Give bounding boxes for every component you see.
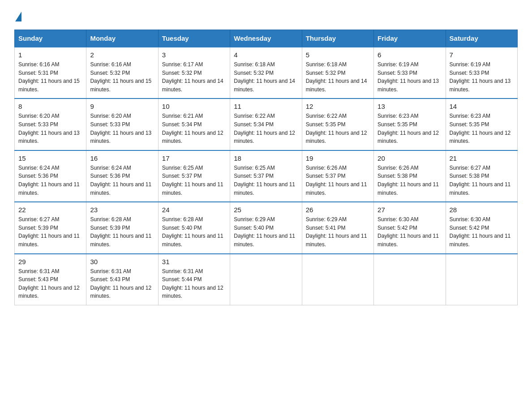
day-number: 28: [450, 206, 514, 214]
day-number: 25: [234, 206, 298, 214]
day-number: 16: [90, 154, 154, 162]
weekday-header-monday: Monday: [86, 30, 158, 47]
day-number: 31: [162, 258, 226, 265]
weekday-header-wednesday: Wednesday: [230, 30, 302, 47]
calendar-table: SundayMondayTuesdayWednesdayThursdayFrid…: [14, 30, 518, 305]
day-info: Sunrise: 6:25 AMSunset: 5:37 PMDaylight:…: [162, 164, 226, 197]
calendar-cell: 26Sunrise: 6:29 AMSunset: 5:41 PMDayligh…: [302, 202, 373, 253]
day-number: 9: [90, 103, 154, 110]
day-info: Sunrise: 6:26 AMSunset: 5:38 PMDaylight:…: [378, 164, 442, 197]
day-info: Sunrise: 6:24 AMSunset: 5:36 PMDaylight:…: [90, 164, 154, 197]
calendar-cell: [230, 254, 302, 305]
calendar-week-2: 8Sunrise: 6:20 AMSunset: 5:33 PMDaylight…: [15, 98, 518, 150]
day-info: Sunrise: 6:22 AMSunset: 5:35 PMDaylight:…: [306, 112, 370, 145]
calendar-cell: 13Sunrise: 6:23 AMSunset: 5:35 PMDayligh…: [374, 98, 446, 150]
calendar-cell: 12Sunrise: 6:22 AMSunset: 5:35 PMDayligh…: [302, 98, 373, 150]
calendar-week-3: 15Sunrise: 6:24 AMSunset: 5:36 PMDayligh…: [15, 150, 518, 202]
day-info: Sunrise: 6:21 AMSunset: 5:34 PMDaylight:…: [162, 112, 226, 145]
day-info: Sunrise: 6:27 AMSunset: 5:39 PMDaylight:…: [18, 215, 82, 248]
calendar-cell: 25Sunrise: 6:29 AMSunset: 5:40 PMDayligh…: [230, 202, 302, 253]
day-info: Sunrise: 6:31 AMSunset: 5:43 PMDaylight:…: [90, 267, 154, 300]
weekday-header-sunday: Sunday: [15, 30, 86, 47]
calendar-cell: 22Sunrise: 6:27 AMSunset: 5:39 PMDayligh…: [15, 202, 86, 253]
day-info: Sunrise: 6:31 AMSunset: 5:44 PMDaylight:…: [162, 267, 226, 300]
day-number: 4: [234, 51, 298, 59]
day-info: Sunrise: 6:29 AMSunset: 5:41 PMDaylight:…: [306, 215, 370, 248]
day-number: 30: [90, 258, 154, 265]
calendar-cell: 2Sunrise: 6:16 AMSunset: 5:32 PMDaylight…: [86, 47, 158, 98]
calendar-cell: 31Sunrise: 6:31 AMSunset: 5:44 PMDayligh…: [158, 254, 230, 305]
day-number: 26: [306, 206, 370, 214]
day-info: Sunrise: 6:28 AMSunset: 5:40 PMDaylight:…: [162, 215, 226, 248]
calendar-cell: 10Sunrise: 6:21 AMSunset: 5:34 PMDayligh…: [158, 98, 230, 150]
day-number: 6: [378, 51, 442, 59]
calendar-cell: 1Sunrise: 6:16 AMSunset: 5:31 PMDaylight…: [15, 47, 86, 98]
calendar-cell: 11Sunrise: 6:22 AMSunset: 5:34 PMDayligh…: [230, 98, 302, 150]
day-info: Sunrise: 6:23 AMSunset: 5:35 PMDaylight:…: [378, 112, 442, 145]
calendar-cell: [374, 254, 446, 305]
day-number: 7: [450, 51, 514, 59]
day-number: 1: [18, 51, 82, 59]
day-info: Sunrise: 6:28 AMSunset: 5:39 PMDaylight:…: [90, 215, 154, 248]
day-info: Sunrise: 6:22 AMSunset: 5:34 PMDaylight:…: [234, 112, 298, 145]
day-number: 2: [90, 51, 154, 59]
day-info: Sunrise: 6:17 AMSunset: 5:32 PMDaylight:…: [162, 60, 226, 94]
day-info: Sunrise: 6:18 AMSunset: 5:32 PMDaylight:…: [306, 60, 370, 94]
day-number: 12: [306, 103, 370, 110]
logo-triangle-icon: [15, 12, 21, 21]
calendar-cell: 18Sunrise: 6:25 AMSunset: 5:37 PMDayligh…: [230, 150, 302, 202]
calendar-cell: 8Sunrise: 6:20 AMSunset: 5:33 PMDaylight…: [15, 98, 86, 150]
calendar-body: 1Sunrise: 6:16 AMSunset: 5:31 PMDaylight…: [15, 47, 518, 305]
calendar-cell: 16Sunrise: 6:24 AMSunset: 5:36 PMDayligh…: [86, 150, 158, 202]
calendar-cell: 29Sunrise: 6:31 AMSunset: 5:43 PMDayligh…: [15, 254, 86, 305]
calendar-cell: [446, 254, 517, 305]
weekday-header-saturday: Saturday: [446, 30, 517, 47]
day-info: Sunrise: 6:16 AMSunset: 5:31 PMDaylight:…: [18, 60, 82, 94]
day-info: Sunrise: 6:27 AMSunset: 5:38 PMDaylight:…: [450, 164, 514, 197]
weekday-header-tuesday: Tuesday: [158, 30, 230, 47]
calendar-cell: 7Sunrise: 6:19 AMSunset: 5:33 PMDaylight…: [446, 47, 517, 98]
calendar-cell: 28Sunrise: 6:30 AMSunset: 5:42 PMDayligh…: [446, 202, 517, 253]
weekday-header-friday: Friday: [374, 30, 446, 47]
calendar-cell: 14Sunrise: 6:23 AMSunset: 5:35 PMDayligh…: [446, 98, 517, 150]
calendar-cell: 6Sunrise: 6:19 AMSunset: 5:33 PMDaylight…: [374, 47, 446, 98]
day-number: 19: [306, 154, 370, 162]
day-number: 14: [450, 103, 514, 110]
day-info: Sunrise: 6:20 AMSunset: 5:33 PMDaylight:…: [18, 112, 82, 145]
day-info: Sunrise: 6:18 AMSunset: 5:32 PMDaylight:…: [234, 60, 298, 94]
calendar-cell: 27Sunrise: 6:30 AMSunset: 5:42 PMDayligh…: [374, 202, 446, 253]
day-number: 21: [450, 154, 514, 162]
calendar-cell: 17Sunrise: 6:25 AMSunset: 5:37 PMDayligh…: [158, 150, 230, 202]
day-number: 8: [18, 103, 82, 110]
calendar-cell: 19Sunrise: 6:26 AMSunset: 5:37 PMDayligh…: [302, 150, 373, 202]
calendar-cell: 15Sunrise: 6:24 AMSunset: 5:36 PMDayligh…: [15, 150, 86, 202]
day-info: Sunrise: 6:16 AMSunset: 5:32 PMDaylight:…: [90, 60, 154, 94]
day-info: Sunrise: 6:31 AMSunset: 5:43 PMDaylight:…: [18, 267, 82, 300]
day-number: 17: [162, 154, 226, 162]
day-number: 29: [18, 258, 82, 265]
calendar-header: SundayMondayTuesdayWednesdayThursdayFrid…: [15, 30, 518, 47]
calendar-cell: 20Sunrise: 6:26 AMSunset: 5:38 PMDayligh…: [374, 150, 446, 202]
day-info: Sunrise: 6:19 AMSunset: 5:33 PMDaylight:…: [378, 60, 442, 94]
calendar-cell: 30Sunrise: 6:31 AMSunset: 5:43 PMDayligh…: [86, 254, 158, 305]
weekday-header-row: SundayMondayTuesdayWednesdayThursdayFrid…: [15, 30, 518, 47]
calendar-cell: 4Sunrise: 6:18 AMSunset: 5:32 PMDaylight…: [230, 47, 302, 98]
day-info: Sunrise: 6:19 AMSunset: 5:33 PMDaylight:…: [450, 60, 514, 94]
day-number: 23: [90, 206, 154, 214]
calendar-cell: 21Sunrise: 6:27 AMSunset: 5:38 PMDayligh…: [446, 150, 517, 202]
calendar-week-5: 29Sunrise: 6:31 AMSunset: 5:43 PMDayligh…: [15, 254, 518, 305]
calendar-week-1: 1Sunrise: 6:16 AMSunset: 5:31 PMDaylight…: [15, 47, 518, 98]
calendar-cell: 24Sunrise: 6:28 AMSunset: 5:40 PMDayligh…: [158, 202, 230, 253]
day-info: Sunrise: 6:20 AMSunset: 5:33 PMDaylight:…: [90, 112, 154, 145]
day-number: 22: [18, 206, 82, 214]
calendar-cell: 5Sunrise: 6:18 AMSunset: 5:32 PMDaylight…: [302, 47, 373, 98]
day-info: Sunrise: 6:29 AMSunset: 5:40 PMDaylight:…: [234, 215, 298, 248]
calendar-cell: 9Sunrise: 6:20 AMSunset: 5:33 PMDaylight…: [86, 98, 158, 150]
day-number: 18: [234, 154, 298, 162]
day-number: 27: [378, 206, 442, 214]
day-number: 15: [18, 154, 82, 162]
day-number: 20: [378, 154, 442, 162]
calendar-cell: 3Sunrise: 6:17 AMSunset: 5:32 PMDaylight…: [158, 47, 230, 98]
day-info: Sunrise: 6:25 AMSunset: 5:37 PMDaylight:…: [234, 164, 298, 197]
day-number: 24: [162, 206, 226, 214]
